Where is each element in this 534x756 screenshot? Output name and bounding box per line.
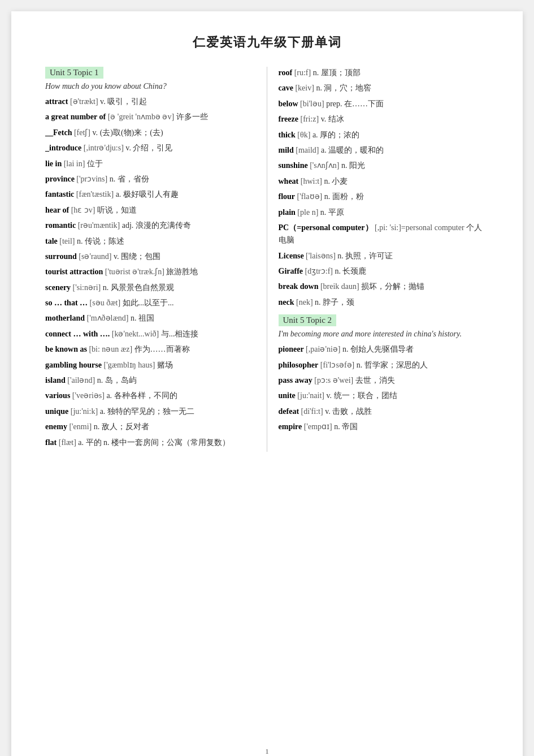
meaning-attract: 吸引，引起: [107, 97, 147, 106]
word-fetch: __Fetch: [45, 128, 72, 137]
meaning-motherland: 祖国: [138, 314, 154, 322]
entry-gambling-hourse: gambling hourse ['gæmblɪŋ haus] 赌场: [45, 359, 255, 371]
entry-scenery: scenery ['si:nəri] n. 风景景色自然景观: [45, 282, 255, 294]
meaning-so-that: 如此...以至于...: [123, 299, 174, 307]
page-title: 仁爱英语九年级下册单词: [45, 34, 489, 51]
word-motherland: motherland: [45, 314, 85, 322]
word-surround: surround: [45, 252, 77, 261]
pos-license: n.: [337, 252, 344, 260]
word-neck: neck: [279, 298, 294, 306]
phonetic-various: ['veəriəs]: [72, 391, 105, 400]
meaning-fantastic: 极好吸引人有趣: [123, 190, 179, 198]
pos-island: n.: [97, 376, 103, 385]
phonetic-island: ['ailənd]: [67, 376, 95, 385]
entry-philosopher: philosopher [fi'lɔsəfə] n. 哲学家；深思的人: [279, 359, 489, 371]
word-gambling-hourse: gambling hourse: [45, 361, 102, 369]
word-roof: roof: [279, 68, 293, 77]
word-thick: thick: [279, 131, 296, 139]
meaning-pioneer: 创始人先驱倡导者: [350, 345, 414, 353]
pos-cave: n.: [316, 84, 322, 92]
word-so-that: so … that …: [45, 299, 88, 307]
pos-introduce: v.: [125, 144, 131, 152]
pos-romantic: adj.: [122, 221, 134, 230]
pos-scenery: n.: [103, 283, 109, 292]
word-island: island: [45, 376, 66, 385]
word-attract: attract: [45, 97, 68, 106]
word-empire: empire: [279, 422, 302, 431]
unit1-subtitle: How much do you know about China?: [45, 82, 255, 91]
phonetic-lie-in: [lai in]: [64, 159, 85, 168]
word-province: province: [45, 175, 75, 183]
unit2-subtitle: I'm becoming more and more interested in…: [279, 330, 489, 339]
meaning-below: 在……下面: [344, 100, 384, 108]
meaning-unite: 统一；联合，团结: [334, 391, 397, 400]
entry-a-great-number: a great number of [ə 'greit 'nʌmbə əv] 许…: [45, 111, 255, 123]
entry-tourist-attraction: tourist attraction ['tuərist ə'træk.ʃn] …: [45, 266, 255, 278]
meaning-island: 岛，岛屿: [105, 376, 137, 385]
word-tourist-attraction: tourist attraction: [45, 267, 103, 276]
entry-break-down: break down [breik daun] 损坏，分解；抛锚: [279, 280, 489, 293]
entry-enemy: enemy ['enmi] n. 敌人；反对者: [45, 421, 255, 433]
phonetic-pass-away: [pɔ:s ə'wei]: [314, 376, 353, 385]
entry-giraffe: Giraffe [dʒtrɔ:f] n. 长颈鹿: [279, 265, 489, 278]
pos-unique: a.: [100, 407, 106, 416]
word-lie-in: lie in: [45, 159, 62, 168]
phonetic-introduce: [,intrə'dju:s]: [84, 144, 124, 152]
pos-pioneer: n.: [342, 345, 349, 353]
word-defeat: defeat: [279, 407, 299, 416]
entry-romantic: romantic [rəu'mæntik] adj. 浪漫的充满传奇: [45, 219, 255, 232]
entry-motherland: motherland ['mʌðəlænd] n. 祖国: [45, 312, 255, 325]
phonetic-sunshine: ['sʌnʃʌn]: [310, 161, 339, 170]
unit2-header: Unit 5 Topic 2: [279, 314, 337, 326]
phonetic-plain: [ple n]: [297, 208, 318, 217]
entry-attract: attract [ə'trækt] v. 吸引，引起: [45, 96, 255, 108]
word-sunshine: sunshine: [279, 161, 308, 170]
meaning-lie-in: 位于: [87, 159, 103, 168]
entry-below: below [bi'ləu] prep. 在……下面: [279, 98, 489, 110]
meaning-be-known-as: 作为……而著称: [134, 345, 190, 353]
meaning-plain: 平原: [328, 208, 344, 217]
pos-attract: v.: [100, 97, 106, 106]
phonetic-mild: [maild]: [296, 146, 319, 154]
meaning-tourist-attraction: 旅游胜地: [166, 267, 198, 276]
entry-pc: PC（=personal computer） [,pi: 'si:]=perso…: [279, 222, 489, 247]
phonetic-attract: [ə'trækt]: [70, 97, 98, 106]
meaning-tale: 传说；陈述: [85, 237, 124, 245]
meaning-various: 各种各样，不同的: [114, 391, 177, 400]
phonetic-license: ['laisəns]: [306, 252, 336, 260]
word-plain: plain: [279, 208, 296, 217]
phonetic-wheat: [hwi:t]: [301, 177, 322, 185]
pos-flour: n.: [324, 192, 331, 201]
entry-neck: neck [nek] n. 脖子，颈: [279, 296, 489, 309]
pos-freeze: v.: [321, 115, 327, 123]
pos-wheat: n.: [324, 177, 330, 185]
pos-fantastic: a.: [116, 190, 121, 198]
meaning-enemy: 敌人；反对者: [102, 422, 149, 431]
phonetic-giraffe: [dʒtrɔ:f]: [305, 267, 333, 275]
phonetic-tourist-attraction: ['tuərist ə'træk.ʃn]: [105, 267, 164, 276]
meaning-introduce: 介绍，引见: [133, 144, 172, 152]
phonetic-romantic: [rəu'mæntik]: [78, 221, 120, 230]
meaning-empire: 帝国: [342, 422, 358, 431]
meaning-flat: 平的 n. 楼中一套房间；公寓（常用复数）: [86, 438, 231, 447]
meaning-romantic: 浪漫的充满传奇: [136, 221, 191, 230]
entry-license: License ['laisəns] n. 执照，许可证: [279, 250, 489, 262]
phonetic-neck: [nek]: [296, 298, 313, 306]
pos-plain: n.: [320, 208, 327, 217]
meaning-defeat: 击败，战胜: [332, 407, 372, 416]
entry-sunshine: sunshine ['sʌnʃʌn] n. 阳光: [279, 159, 489, 172]
pos-empire: n.: [334, 422, 340, 431]
meaning-giraffe: 长颈鹿: [342, 267, 366, 275]
phonetic-philosopher: [fi'lɔsəfə]: [320, 361, 354, 369]
entry-introduce: _introduce [,intrə'dju:s] v. 介绍，引见: [45, 142, 255, 154]
entry-pioneer: pioneer [,paiə'niə] n. 创始人先驱倡导者: [279, 343, 489, 356]
phonetic-flat: [flæt]: [59, 438, 76, 447]
page: 仁爱英语九年级下册单词 Unit 5 Topic 1 How much do y…: [11, 11, 523, 756]
phonetic-tale: [teil]: [59, 237, 75, 245]
meaning-province: 省，省份: [118, 175, 149, 183]
meaning-a-great-number: 许多一些: [176, 113, 208, 121]
entry-various: various ['veəriəs] a. 各种各样，不同的: [45, 390, 255, 402]
phonetic-connect-with: [kə'nekt...wið]: [112, 330, 159, 338]
word-unique: unique: [45, 407, 68, 416]
entry-roof: roof [ru:f] n. 屋顶；顶部: [279, 67, 489, 79]
